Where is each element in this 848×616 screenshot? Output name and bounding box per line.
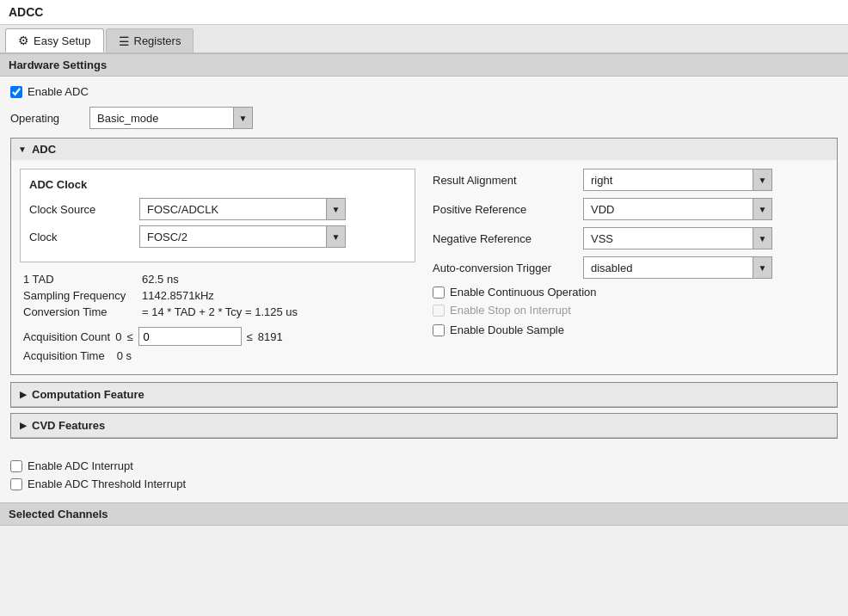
- enable-stop-on-interrupt-row: Enable Stop on Interrupt: [433, 304, 828, 317]
- adc-clock-box: ADC Clock Clock Source FOSC/ADCLK ▼ Cloc…: [20, 169, 415, 262]
- sampling-freq-row: Sampling Frequency 1142.8571kHz: [23, 289, 412, 302]
- adc-right-panel: Result Alignment right ▼ Positive Refere…: [433, 169, 828, 366]
- cvd-collapse-icon: ▶: [20, 421, 27, 430]
- enable-adc-row: Enable ADC: [10, 85, 838, 98]
- enable-adc-interrupt-row: Enable ADC Interrupt: [10, 459, 838, 472]
- enable-adc-interrupt-label: Enable ADC Interrupt: [28, 459, 133, 472]
- computation-feature-section: ▶ Computation Feature: [10, 382, 838, 408]
- acquisition-section: Acquisition Count 0 ≤ ≤ 8191 Acquisition…: [20, 327, 415, 362]
- enable-double-sample-checkbox-row: Enable Double Sample: [433, 323, 828, 336]
- clock-source-label: Clock Source: [29, 203, 132, 216]
- conversion-time-row: Conversion Time = 14 * TAD + 2 * Tcy = 1…: [23, 305, 412, 318]
- clock-source-arrow[interactable]: ▼: [326, 199, 345, 219]
- enable-continuous-operation-label: Enable Continuous Operation: [450, 286, 597, 299]
- positive-reference-dropdown[interactable]: VDD ▼: [583, 198, 772, 220]
- tad-value: 62.5 ns: [142, 273, 179, 286]
- adc-left-panel: ADC Clock Clock Source FOSC/ADCLK ▼ Cloc…: [20, 169, 415, 366]
- clock-label: Clock: [29, 231, 132, 243]
- cvd-features-header[interactable]: ▶ CVD Features: [11, 414, 837, 438]
- enable-adc-label: Enable ADC: [28, 85, 89, 98]
- sampling-freq-value: 1142.8571kHz: [142, 289, 214, 302]
- operating-dropdown[interactable]: Basic_mode ▼: [89, 107, 253, 129]
- enable-continuous-operation-row: Enable Continuous Operation: [433, 286, 828, 299]
- enable-double-sample-row: Enable Double Sample: [433, 323, 828, 336]
- registers-icon: ☰: [119, 34, 130, 48]
- operating-row: Operating Basic_mode ▼: [10, 107, 838, 129]
- positive-reference-value: VDD: [584, 201, 753, 218]
- operating-dropdown-arrow[interactable]: ▼: [233, 108, 252, 128]
- adc-inner: ADC Clock Clock Source FOSC/ADCLK ▼ Cloc…: [20, 169, 828, 366]
- sampling-freq-label: Sampling Frequency: [23, 289, 135, 302]
- auto-conversion-trigger-value: disabled: [584, 260, 753, 276]
- positive-reference-label: Positive Reference: [433, 203, 575, 216]
- adc-collapse-icon: ▼: [18, 145, 27, 154]
- clock-source-row: Clock Source FOSC/ADCLK ▼: [29, 198, 406, 220]
- tab-easy-setup-label: Easy Setup: [34, 34, 91, 47]
- enable-stop-on-interrupt-checkbox[interactable]: [433, 305, 445, 317]
- acq-lte1: ≤: [126, 330, 132, 343]
- computation-collapse-icon: ▶: [20, 390, 27, 399]
- result-alignment-row: Result Alignment right ▼: [433, 169, 828, 191]
- enable-adc-threshold-interrupt-row: Enable ADC Threshold Interrupt: [10, 477, 838, 490]
- enable-double-sample-checkbox[interactable]: [433, 324, 445, 336]
- negative-reference-row: Negative Reference VSS ▼: [433, 227, 828, 249]
- tab-easy-setup[interactable]: ⚙ Easy Setup: [5, 28, 104, 52]
- negative-reference-dropdown[interactable]: VSS ▼: [583, 227, 772, 249]
- computation-feature-header[interactable]: ▶ Computation Feature: [11, 383, 837, 407]
- clock-source-value: FOSC/ADCLK: [140, 201, 326, 218]
- auto-conversion-trigger-row: Auto-conversion Trigger disabled ▼: [433, 256, 828, 279]
- result-alignment-label: Result Alignment: [433, 174, 575, 187]
- operating-label: Operating: [10, 112, 79, 125]
- clock-row: Clock FOSC/2 ▼: [29, 225, 406, 248]
- negative-reference-value: VSS: [584, 231, 753, 247]
- acq-time-value: 0 s: [117, 349, 132, 362]
- enable-continuous-operation-checkbox[interactable]: [433, 286, 445, 299]
- acq-count-min: 0: [115, 330, 121, 343]
- acquisition-time-row: Acquisition Time 0 s: [20, 349, 415, 362]
- adc-section-label: ADC: [32, 143, 56, 156]
- enable-adc-threshold-interrupt-checkbox[interactable]: [10, 478, 22, 490]
- negative-reference-label: Negative Reference: [433, 232, 575, 245]
- enable-adc-threshold-interrupt-label: Enable ADC Threshold Interrupt: [28, 477, 186, 490]
- result-alignment-arrow[interactable]: ▼: [753, 169, 771, 190]
- clock-value: FOSC/2: [140, 229, 326, 245]
- adc-section-content: ADC Clock Clock Source FOSC/ADCLK ▼ Cloc…: [11, 160, 837, 374]
- enable-stop-on-interrupt-label: Enable Stop on Interrupt: [450, 304, 571, 317]
- cvd-features-section: ▶ CVD Features: [10, 413, 838, 439]
- selected-channels-label: Selected Channels: [9, 508, 108, 521]
- enable-double-sample-label: Enable Double Sample: [450, 323, 564, 336]
- tab-registers-label: Registers: [134, 34, 181, 47]
- adc-section-header[interactable]: ▼ ADC: [11, 139, 837, 160]
- info-rows: 1 TAD 62.5 ns Sampling Frequency 1142.85…: [20, 273, 415, 318]
- title-bar: ADCC: [0, 0, 848, 25]
- adc-clock-title: ADC Clock: [29, 178, 406, 191]
- tad-label: 1 TAD: [23, 273, 135, 286]
- gear-icon: ⚙: [18, 34, 29, 47]
- selected-channels-header: Selected Channels: [0, 502, 848, 526]
- cvd-features-label: CVD Features: [32, 419, 105, 432]
- result-alignment-dropdown[interactable]: right ▼: [583, 169, 772, 191]
- acq-count-max: 8191: [258, 330, 283, 343]
- hardware-settings-header: Hardware Settings: [0, 53, 848, 77]
- tab-registers[interactable]: ☰ Registers: [106, 28, 194, 52]
- operating-value: Basic_mode: [90, 110, 233, 126]
- computation-feature-label: Computation Feature: [32, 388, 144, 401]
- acquisition-count-input[interactable]: [138, 327, 242, 346]
- auto-conversion-trigger-dropdown[interactable]: disabled ▼: [583, 256, 772, 279]
- clock-source-dropdown[interactable]: FOSC/ADCLK ▼: [139, 198, 346, 220]
- acq-count-label: Acquisition Count: [23, 330, 110, 343]
- enable-adc-checkbox[interactable]: [10, 86, 22, 98]
- positive-reference-row: Positive Reference VDD ▼: [433, 198, 828, 220]
- clock-arrow[interactable]: ▼: [326, 226, 345, 247]
- acq-lte2: ≤: [247, 330, 253, 343]
- conversion-time-label: Conversion Time: [23, 305, 135, 318]
- negative-reference-arrow[interactable]: ▼: [753, 228, 771, 249]
- positive-reference-arrow[interactable]: ▼: [753, 199, 771, 219]
- clock-dropdown[interactable]: FOSC/2 ▼: [139, 225, 346, 248]
- auto-conversion-trigger-arrow[interactable]: ▼: [753, 257, 771, 278]
- adc-section: ▼ ADC ADC Clock Clock Source FOSC/ADCLK: [10, 138, 838, 375]
- tad-row: 1 TAD 62.5 ns: [23, 273, 412, 286]
- acq-time-label: Acquisition Time: [23, 349, 105, 362]
- result-alignment-value: right: [584, 172, 753, 188]
- enable-adc-interrupt-checkbox[interactable]: [10, 460, 22, 472]
